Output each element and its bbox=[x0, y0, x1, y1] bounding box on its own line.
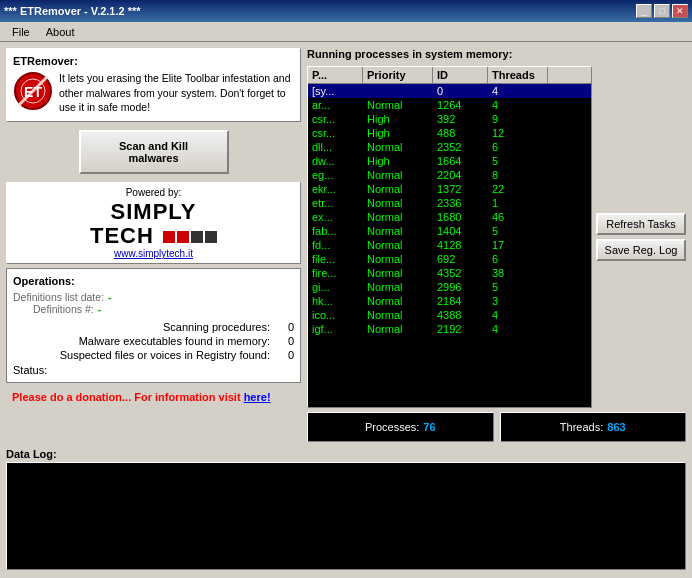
table-cell: file... bbox=[308, 252, 363, 266]
table-row[interactable]: ico...Normal43884 bbox=[308, 308, 591, 322]
table-cell: 6 bbox=[488, 252, 548, 266]
table-row[interactable]: fd...Normal412817 bbox=[308, 238, 591, 252]
table-cell: 2352 bbox=[433, 140, 488, 154]
maximize-button[interactable]: □ bbox=[654, 4, 670, 18]
table-row[interactable]: hk...Normal21843 bbox=[308, 294, 591, 308]
refresh-tasks-button[interactable]: Refresh Tasks bbox=[596, 213, 686, 235]
table-row[interactable]: [sy...04 bbox=[308, 84, 591, 98]
status-row: Status: bbox=[13, 364, 294, 376]
table-cell: 692 bbox=[433, 252, 488, 266]
no-sign-icon: ET bbox=[13, 71, 53, 111]
threads-summary-box: Threads: 863 bbox=[500, 412, 687, 442]
table-cell: High bbox=[363, 112, 433, 126]
table-cell: ex... bbox=[308, 210, 363, 224]
table-cell: 392 bbox=[433, 112, 488, 126]
minimize-button[interactable]: _ bbox=[636, 4, 652, 18]
table-row[interactable]: csr...High3929 bbox=[308, 112, 591, 126]
process-table-body[interactable]: [sy...04ar...Normal12644csr...High3929cs… bbox=[308, 84, 591, 404]
status-label: Status: bbox=[13, 364, 47, 376]
table-cell: 5 bbox=[488, 154, 548, 168]
block-red-2 bbox=[177, 231, 189, 243]
simply-tech-logo: SIMPLY TECH bbox=[11, 200, 296, 248]
def-hash-label: Definitions #: bbox=[33, 303, 94, 315]
table-cell: 4388 bbox=[433, 308, 488, 322]
table-cell: 1372 bbox=[433, 182, 488, 196]
table-row[interactable]: ex...Normal168046 bbox=[308, 210, 591, 224]
data-log-area[interactable] bbox=[6, 462, 686, 570]
menu-file[interactable]: File bbox=[4, 24, 38, 40]
bottom-section: Data Log: bbox=[0, 448, 692, 578]
et-remover-title: ETRemover: bbox=[13, 55, 294, 67]
et-logo: ET bbox=[13, 71, 53, 111]
et-remover-content: ET It lets you erasing the Elite Toolbar… bbox=[13, 71, 294, 115]
stats-container: Scanning procedures: 0 Malware executabl… bbox=[13, 321, 294, 361]
menu-about[interactable]: About bbox=[38, 24, 83, 40]
block-dark-2 bbox=[205, 231, 217, 243]
table-cell: 2996 bbox=[433, 280, 488, 294]
table-cell: eg... bbox=[308, 168, 363, 182]
table-cell: Normal bbox=[363, 224, 433, 238]
col-header-id: ID bbox=[433, 67, 488, 83]
et-remover-section: ETRemover: ET It lets you erasing the El… bbox=[6, 48, 301, 122]
suspected-files-label: Suspected files or voices in Registry fo… bbox=[60, 349, 270, 361]
donation-link[interactable]: here! bbox=[244, 391, 271, 403]
table-row[interactable]: ar...Normal12644 bbox=[308, 98, 591, 112]
table-row[interactable]: ekr...Normal137222 bbox=[308, 182, 591, 196]
table-cell: 3 bbox=[488, 294, 548, 308]
table-row[interactable]: eg...Normal22048 bbox=[308, 168, 591, 182]
table-cell: 1404 bbox=[433, 224, 488, 238]
table-cell: High bbox=[363, 126, 433, 140]
malware-executables-label: Malware executables found in memory: bbox=[79, 335, 270, 347]
table-cell: [sy... bbox=[308, 84, 363, 98]
table-header: P... Priority ID Threads bbox=[308, 67, 591, 84]
table-cell: 2184 bbox=[433, 294, 488, 308]
block-dark-1 bbox=[191, 231, 203, 243]
table-cell: 0 bbox=[433, 84, 488, 98]
table-cell: Normal bbox=[363, 210, 433, 224]
table-cell: Normal bbox=[363, 294, 433, 308]
suspected-files-value: 0 bbox=[274, 349, 294, 361]
tech-blocks bbox=[163, 231, 217, 243]
table-cell: Normal bbox=[363, 238, 433, 252]
block-red-1 bbox=[163, 231, 175, 243]
table-cell: Normal bbox=[363, 252, 433, 266]
table-cell: Normal bbox=[363, 196, 433, 210]
table-row[interactable]: file...Normal6926 bbox=[308, 252, 591, 266]
def-hash-row: Definitions #: - bbox=[33, 303, 294, 315]
table-cell: 488 bbox=[433, 126, 488, 140]
website-link[interactable]: www.simplytech.it bbox=[11, 248, 296, 259]
table-cell: 12 bbox=[488, 126, 548, 140]
table-cell: ar... bbox=[308, 98, 363, 112]
powered-by-label: Powered by: bbox=[11, 187, 296, 198]
table-row[interactable]: fire...Normal435238 bbox=[308, 266, 591, 280]
scanning-procedures-label: Scanning procedures: bbox=[163, 321, 270, 333]
running-processes-title: Running processes in system memory: bbox=[307, 48, 686, 60]
table-cell: 5 bbox=[488, 280, 548, 294]
donation-text: Please do a donation... For information … bbox=[12, 391, 244, 403]
table-row[interactable]: dw...High16645 bbox=[308, 154, 591, 168]
table-row[interactable]: igf...Normal21924 bbox=[308, 322, 591, 336]
table-cell: 4 bbox=[488, 84, 548, 98]
col-header-threads: Threads bbox=[488, 67, 548, 83]
table-cell: Normal bbox=[363, 266, 433, 280]
save-reg-log-button[interactable]: Save Reg. Log bbox=[596, 239, 686, 261]
close-button[interactable]: ✕ bbox=[672, 4, 688, 18]
operations-section: Operations: Definitions list date: - Def… bbox=[6, 268, 301, 383]
table-row[interactable]: dll...Normal23526 bbox=[308, 140, 591, 154]
malware-executables-value: 0 bbox=[274, 335, 294, 347]
left-panel: ETRemover: ET It lets you erasing the El… bbox=[6, 48, 301, 442]
table-cell: fire... bbox=[308, 266, 363, 280]
table-row[interactable]: fab...Normal14045 bbox=[308, 224, 591, 238]
scan-button-container: Scan and Killmalwares bbox=[6, 126, 301, 178]
table-row[interactable]: gi...Normal29965 bbox=[308, 280, 591, 294]
table-cell: 8 bbox=[488, 168, 548, 182]
table-cell: hk... bbox=[308, 294, 363, 308]
scanning-procedures-value: 0 bbox=[274, 321, 294, 333]
table-and-buttons: P... Priority ID Threads [sy...04ar...No… bbox=[307, 66, 686, 408]
scan-kill-button[interactable]: Scan and Killmalwares bbox=[79, 130, 229, 174]
table-cell: 2336 bbox=[433, 196, 488, 210]
table-row[interactable]: csr...High48812 bbox=[308, 126, 591, 140]
simply-text: SIMPLY bbox=[111, 199, 197, 224]
table-cell: ekr... bbox=[308, 182, 363, 196]
table-row[interactable]: etr...Normal23361 bbox=[308, 196, 591, 210]
